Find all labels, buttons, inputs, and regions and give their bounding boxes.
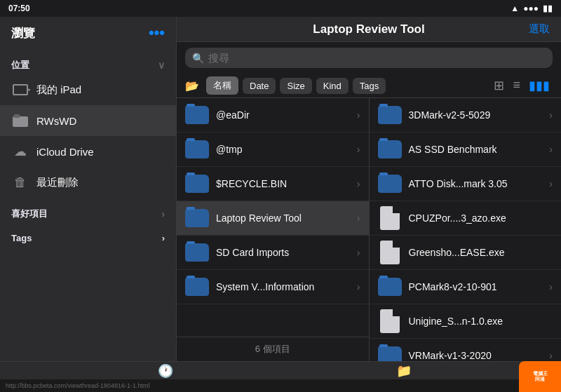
file-name: 3DMark-v2-5-5029 [409, 109, 550, 121]
chevron-icon: › [549, 350, 553, 361]
list-item[interactable]: Unigine_S...n-1.0.exe [370, 304, 562, 339]
rwswd-icon [11, 111, 29, 130]
file-name: AS SSD Benchmark [409, 144, 550, 155]
sidebar-title: 瀏覽 [11, 25, 35, 41]
list-item[interactable]: System V...Information › [177, 270, 369, 304]
sort-name-button[interactable]: 名稱 [206, 76, 238, 95]
status-icons: ▲ ●●● ▮▮ [511, 4, 553, 13]
icloud-icon: ☁ [11, 142, 29, 161]
bottom-url-bar: http://bbs.pcbeta.com/viewthread-1804816… [0, 379, 519, 392]
file-icon [378, 311, 402, 331]
list-item[interactable]: $RECYCLE.BIN › [177, 167, 369, 201]
chevron-icon: › [357, 109, 360, 121]
app-container: 瀏覽 ••• 位置 ∨ 我的 iPad RWsWD ☁ [0, 17, 561, 361]
list-item[interactable]: Greensho...EASE.exe [370, 236, 562, 270]
tags-section-label: Tags › [0, 223, 176, 246]
file-name: @eaDir [216, 109, 357, 121]
favorites-chevron: › [161, 208, 165, 219]
folder-icon [185, 208, 209, 228]
folder-icon [185, 174, 209, 194]
main-title: Laptop Review Tool [313, 22, 424, 36]
locations-section-label: 位置 ∨ [0, 49, 176, 74]
deleted-label: 最近刪除 [36, 176, 165, 189]
sort-tags-button[interactable]: Tags [353, 78, 386, 94]
battery-icon: ▮▮ [543, 4, 553, 13]
grid-view-button[interactable]: ⊞ [491, 76, 507, 95]
sort-size-button[interactable]: Size [280, 78, 311, 94]
main-content: Laptop Review Tool 選取 🔍 📂 名稱 Date Size K… [177, 17, 561, 361]
signal-icon: ●●● [523, 4, 539, 13]
main-header: Laptop Review Tool 選取 [177, 17, 561, 42]
list-item[interactable]: @tmp › [177, 133, 369, 167]
trash-icon: 🗑 [11, 173, 29, 191]
folder-icon [185, 243, 209, 262]
select-button[interactable]: 選取 [529, 22, 550, 36]
file-name: Laptop Review Tool [216, 212, 357, 224]
chevron-icon: › [357, 144, 360, 155]
file-name: System V...Information [216, 281, 357, 292]
search-input-wrap[interactable]: 🔍 [185, 48, 553, 68]
time-display: 07:50 [8, 4, 30, 13]
folder-icon [378, 346, 402, 361]
list-item[interactable]: @eaDir › [177, 98, 369, 133]
rwswd-label: RWsWD [36, 115, 165, 127]
ipad-label: 我的 iPad [36, 83, 165, 97]
sidebar-item-ipad[interactable]: 我的 iPad [0, 74, 176, 105]
svg-rect-1 [14, 114, 20, 118]
left-panel: @eaDir › @tmp › $RECYCLE.BIN › Laptop Re… [177, 98, 370, 361]
file-name: VRMark-v1-3-2020 [409, 350, 550, 361]
status-bar: 07:50 ▲ ●●● ▮▮ [0, 0, 561, 17]
right-panel: 3DMark-v2-5-5029 › AS SSD Benchmark › AT… [370, 98, 562, 361]
sort-bar: 📂 名稱 Date Size Kind Tags ⊞ ≡ ▮▮▮ [177, 74, 561, 98]
sort-date-button[interactable]: Date [243, 78, 276, 94]
folder-icon [378, 277, 402, 297]
folder-icon [378, 140, 402, 159]
search-input[interactable] [208, 52, 546, 64]
chevron-icon: › [549, 144, 553, 155]
chevron-icon: › [357, 247, 360, 258]
sidebar-item-icloud[interactable]: ☁ iCloud Drive [0, 136, 176, 167]
favorites-section-label: 喜好項目 › [0, 198, 176, 223]
list-item[interactable]: PCMark8-v2-10-901 › [370, 270, 562, 304]
icloud-label: iCloud Drive [36, 146, 165, 158]
list-item[interactable]: SD Card Imports › [177, 236, 369, 270]
sidebar-item-rwswd[interactable]: RWsWD [0, 105, 176, 136]
chevron-icon: › [549, 281, 553, 292]
column-view-button[interactable]: ▮▮▮ [526, 76, 553, 95]
list-item[interactable]: 3DMark-v2-5-5029 › [370, 98, 562, 133]
file-name: CPUZPor....3_azo.exe [409, 212, 553, 224]
sidebar-item-deleted[interactable]: 🗑 最近刪除 [0, 167, 176, 198]
list-item[interactable]: Laptop Review Tool › [177, 201, 369, 236]
file-panels: @eaDir › @tmp › $RECYCLE.BIN › Laptop Re… [177, 98, 561, 361]
chevron-icon: › [357, 178, 360, 189]
list-item[interactable]: ATTO Disk...mark 3.05 › [370, 167, 562, 201]
badge-text: 電腦王阿達 [533, 371, 548, 383]
file-name: SD Card Imports [216, 247, 357, 258]
list-item[interactable]: CPUZPor....3_azo.exe [370, 201, 562, 236]
file-name: PCMark8-v2-10-901 [409, 281, 550, 292]
url-text: http://bbs.pcbeta.com/viewthread-1804816… [6, 382, 150, 389]
sidebar: 瀏覽 ••• 位置 ∨ 我的 iPad RWsWD ☁ [0, 17, 177, 361]
folder-icon [378, 174, 402, 194]
svg-rect-0 [13, 116, 28, 127]
chevron-icon: › [549, 178, 553, 189]
file-name: ATTO Disk...mark 3.05 [409, 178, 550, 189]
list-item[interactable]: AS SSD Benchmark › [370, 133, 562, 167]
sidebar-more-button[interactable]: ••• [149, 24, 165, 42]
file-icon [378, 243, 402, 262]
ipad-icon [11, 81, 29, 99]
list-item[interactable]: VRMark-v1-3-2020 › [370, 339, 562, 361]
list-view-button[interactable]: ≡ [510, 76, 523, 95]
sidebar-header: 瀏覽 ••• [0, 17, 176, 49]
wifi-icon: ▲ [511, 4, 519, 13]
sort-kind-button[interactable]: Kind [316, 78, 349, 94]
current-folder-icon: 📂 [185, 79, 199, 93]
brand-badge: 電腦王阿達 [519, 361, 561, 392]
folder-icon [378, 105, 402, 125]
file-name: $RECYCLE.BIN [216, 178, 357, 189]
file-icon [378, 208, 402, 228]
search-bar: 🔍 [177, 42, 561, 74]
left-panel-footer: 6 個項目 [177, 337, 369, 361]
recent-icon: 🕐 [158, 363, 173, 379]
file-name: Greensho...EASE.exe [409, 247, 553, 258]
